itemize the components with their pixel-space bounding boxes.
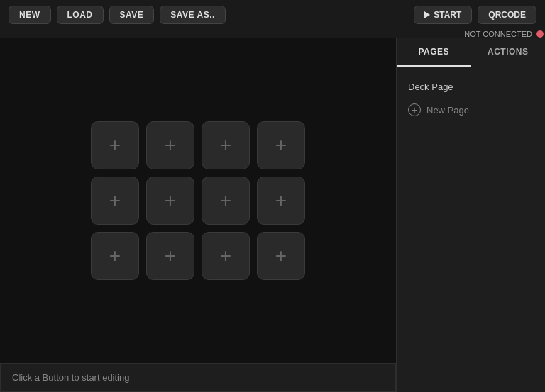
plus-circle-icon: + [408, 103, 421, 116]
main-area: + + + + + + + + + + + + Click a Button t… [0, 38, 545, 392]
tab-actions[interactable]: ACTIONS [471, 38, 546, 67]
status-text: NOT CONNECTED [464, 30, 532, 38]
canvas-content: + + + + + + + + + + + + [0, 38, 396, 363]
qrcode-button[interactable]: QRCODE [478, 6, 536, 24]
canvas-footer: Click a Button to start editing [0, 363, 396, 392]
grid-button-2-1[interactable]: + [146, 232, 194, 280]
status-dot [536, 30, 544, 38]
sidebar-tabs: PAGES ACTIONS [397, 38, 545, 67]
new-page-label: New Page [426, 105, 469, 116]
status-row: NOT CONNECTED [0, 30, 545, 38]
start-label: START [434, 10, 461, 20]
grid-button-2-3[interactable]: + [257, 232, 305, 280]
button-grid: + + + + + + + + + + + + [91, 121, 305, 280]
save-as-button[interactable]: SAVE AS.. [160, 6, 226, 24]
save-button[interactable]: SAVE [109, 6, 155, 24]
footer-text: Click a Button to start editing [12, 372, 129, 383]
new-button[interactable]: NEW [9, 6, 51, 24]
toolbar-right: START QRCODE [414, 6, 536, 24]
toolbar-left: NEW LOAD SAVE SAVE AS.. [9, 6, 414, 24]
deck-page-item[interactable]: Deck Page [397, 76, 545, 98]
grid-button-1-1[interactable]: + [146, 177, 194, 225]
grid-button-0-3[interactable]: + [257, 121, 305, 169]
toolbar: NEW LOAD SAVE SAVE AS.. START QRCODE [0, 0, 545, 30]
sidebar-content: Deck Page + New Page [397, 67, 545, 392]
grid-button-2-0[interactable]: + [91, 232, 139, 280]
tab-pages[interactable]: PAGES [397, 38, 471, 67]
start-button[interactable]: START [414, 6, 472, 24]
sidebar: PAGES ACTIONS Deck Page + New Page [396, 38, 545, 392]
grid-button-1-2[interactable]: + [202, 177, 250, 225]
grid-button-2-2[interactable]: + [202, 232, 250, 280]
grid-button-1-3[interactable]: + [257, 177, 305, 225]
load-button[interactable]: LOAD [57, 6, 104, 24]
grid-button-0-2[interactable]: + [202, 121, 250, 169]
play-icon [424, 11, 430, 18]
new-page-item[interactable]: + New Page [397, 98, 545, 122]
canvas-area: + + + + + + + + + + + + Click a Button t… [0, 38, 396, 392]
grid-button-0-1[interactable]: + [146, 121, 194, 169]
grid-button-1-0[interactable]: + [91, 177, 139, 225]
grid-button-0-0[interactable]: + [91, 121, 139, 169]
